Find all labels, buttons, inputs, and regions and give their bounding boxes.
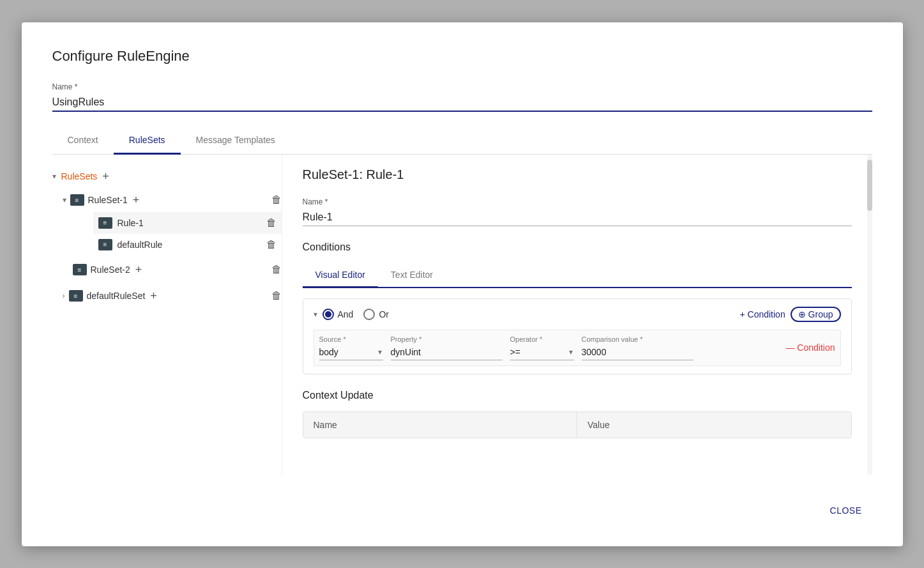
tab-text-editor[interactable]: Text Editor — [378, 263, 446, 288]
default-ruleset-item: › ≡ defaultRuleSet + 🗑 — [63, 284, 282, 308]
remove-condition-button[interactable]: — Condition — [785, 342, 835, 353]
ruleset-1-header[interactable]: ▾ ≡ RuleSet-1 + 🗑 — [63, 188, 282, 212]
operator-select[interactable]: >= — [510, 344, 574, 360]
comparison-value-input[interactable] — [582, 344, 693, 360]
operator-field: Operator * >= — [510, 335, 574, 360]
context-table: Name Value — [303, 411, 852, 438]
rule-1-label: Rule-1 — [117, 218, 144, 228]
context-table-header: Name Value — [303, 412, 851, 438]
name-field-container: Name * — [52, 82, 872, 112]
property-label: Property * — [391, 335, 503, 343]
close-button[interactable]: Close — [820, 500, 872, 521]
delete-ruleset1-icon[interactable]: 🗑 — [271, 194, 282, 206]
default-ruleset-chevron-icon: › — [63, 291, 65, 300]
condition-group: ▾ And Or + Condition ⊕ Group — [303, 298, 852, 374]
modal-footer: Close — [52, 490, 872, 521]
conditions-title: Conditions — [303, 242, 852, 253]
main-content: ▾ RuleSets + ▾ ≡ RuleSet-1 + 🗑 ≡ Rule-1 … — [52, 155, 872, 475]
name-input[interactable] — [52, 94, 872, 112]
rulesets-chevron-down-icon: ▾ — [52, 172, 56, 181]
tab-visual-editor[interactable]: Visual Editor — [303, 263, 378, 288]
ruleset2-folder-icon: ≡ — [73, 264, 87, 275]
property-input[interactable] — [391, 344, 503, 360]
rulesets-label: RuleSets — [61, 171, 98, 181]
operator-select-wrapper: >= — [510, 344, 574, 360]
sidebar-rulesets-header[interactable]: ▾ RuleSets + — [52, 165, 282, 188]
default-ruleset-header[interactable]: › ≡ defaultRuleSet + 🗑 — [63, 284, 282, 308]
right-panel: RuleSet-1: Rule-1 Name * Conditions Visu… — [282, 155, 872, 475]
property-field: Property * — [391, 335, 503, 360]
or-radio-circle — [363, 309, 375, 320]
ruleset1-folder-icon: ≡ — [70, 194, 84, 206]
name-label: Name * — [52, 82, 872, 91]
rule-1-item[interactable]: ≡ Rule-1 🗑 — [93, 212, 282, 234]
editor-tabs: Visual Editor Text Editor — [303, 263, 852, 288]
sidebar: ▾ RuleSets + ▾ ≡ RuleSet-1 + 🗑 ≡ Rule-1 … — [52, 155, 282, 475]
add-rule-to-ruleset1-button[interactable]: + — [132, 194, 141, 207]
rule1-icon: ≡ — [98, 217, 112, 229]
tab-rulesets[interactable]: RuleSets — [114, 127, 181, 155]
and-option[interactable]: And — [322, 309, 354, 320]
condition-group-chevron-icon[interactable]: ▾ — [314, 310, 317, 319]
default-ruleset-folder-icon: ≡ — [69, 290, 83, 302]
tabs-bar: Context RuleSets Message Templates — [52, 127, 872, 155]
default-rule-label: defaultRule — [117, 240, 163, 250]
or-option[interactable]: Or — [363, 309, 389, 320]
delete-rule1-icon[interactable]: 🗑 — [266, 217, 276, 229]
scrollbar-thumb[interactable] — [867, 160, 872, 211]
delete-default-rule-icon[interactable]: 🗑 — [266, 239, 276, 250]
add-rule-to-ruleset2-button[interactable]: + — [134, 263, 144, 277]
and-radio-circle — [322, 309, 334, 320]
context-table-name-header: Name — [303, 412, 578, 438]
source-field: Source * body — [319, 335, 383, 360]
and-label: And — [338, 309, 354, 319]
delete-ruleset2-icon[interactable]: 🗑 — [271, 264, 282, 275]
add-ruleset-icon[interactable]: + — [102, 170, 109, 183]
ruleset-2-item: ≡ RuleSet-2 + 🗑 — [63, 258, 282, 282]
default-ruleset-label: defaultRuleSet — [87, 291, 146, 301]
comparison-value-label: Comparison value * — [582, 335, 693, 343]
source-label: Source * — [319, 335, 383, 343]
operator-label: Operator * — [510, 335, 574, 343]
modal-title: Configure RuleEngine — [52, 48, 872, 65]
context-update-section: Context Update Name Value — [303, 390, 852, 438]
default-rule-item[interactable]: ≡ defaultRule 🗑 — [93, 234, 282, 256]
comparison-value-field: Comparison value * — [582, 335, 693, 360]
scrollbar-track[interactable] — [867, 155, 872, 475]
add-rule-to-default-ruleset-button[interactable]: + — [149, 289, 158, 303]
source-select-wrapper: body — [319, 344, 383, 360]
condition-group-header: ▾ And Or + Condition ⊕ Group — [314, 307, 841, 322]
default-rule-icon: ≡ — [98, 239, 112, 250]
ruleset1-chevron-down-icon: ▾ — [63, 196, 66, 204]
context-table-value-header: Value — [577, 412, 851, 438]
source-select[interactable]: body — [319, 344, 383, 360]
logic-radio-group: And Or — [322, 309, 735, 320]
rule-name-label: Name * — [303, 197, 852, 206]
context-update-title: Context Update — [303, 390, 852, 401]
ruleset-1-item: ▾ ≡ RuleSet-1 + 🗑 ≡ Rule-1 🗑 ≡ defaultRu… — [63, 188, 282, 256]
or-label: Or — [379, 309, 389, 319]
ruleset-2-label: RuleSet-2 — [91, 265, 130, 275]
add-group-button[interactable]: ⊕ Group — [791, 307, 841, 322]
add-condition-button[interactable]: + Condition — [739, 309, 785, 319]
panel-title: RuleSet-1: Rule-1 — [303, 167, 852, 182]
delete-default-ruleset-icon[interactable]: 🗑 — [271, 290, 282, 302]
rule-name-input[interactable] — [303, 209, 852, 226]
ruleset-2-header[interactable]: ≡ RuleSet-2 + 🗑 — [73, 258, 282, 282]
tab-context[interactable]: Context — [52, 127, 114, 155]
condition-row: Source * body Property * — [314, 330, 841, 366]
rule-name-field: Name * — [303, 197, 852, 242]
ruleset-1-label: RuleSet-1 — [88, 195, 128, 205]
configure-rule-engine-modal: Configure RuleEngine Name * Context Rule… — [22, 22, 903, 546]
tab-message-templates[interactable]: Message Templates — [181, 127, 291, 155]
